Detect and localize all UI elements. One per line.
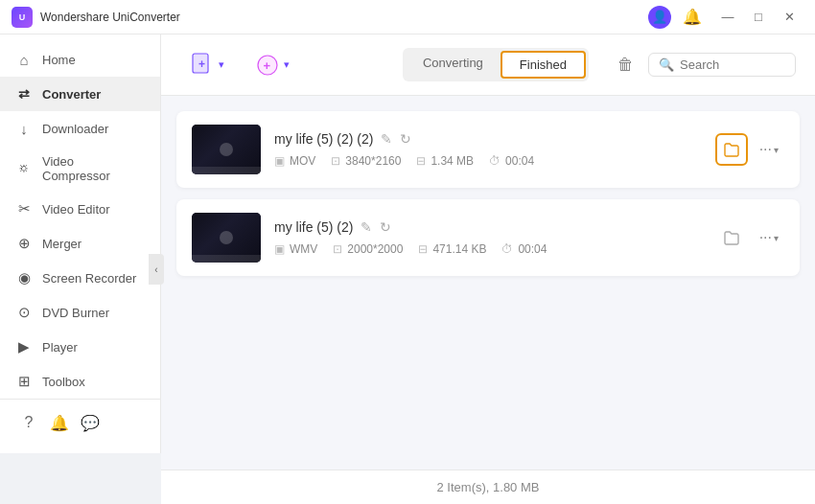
- sidebar-item-dvd-burner[interactable]: ⊙ DVD Burner: [0, 295, 160, 330]
- edit-icon-2[interactable]: ✎: [361, 219, 372, 235]
- sidebar-bottom: ? 🔔 💬: [0, 399, 160, 446]
- sidebar-item-label-screen-recorder: Screen Recorder: [42, 271, 136, 286]
- thumb-dot-2: [220, 231, 233, 244]
- edit-icon-1[interactable]: ✎: [381, 131, 392, 147]
- open-folder-button-2[interactable]: [715, 221, 748, 254]
- dvd-burner-icon: ⊙: [15, 304, 33, 321]
- add-file-button[interactable]: + ▾: [180, 47, 234, 83]
- sidebar-item-label-dvd-burner: DVD Burner: [42, 306, 109, 320]
- sidebar-item-toolbox[interactable]: ⊞ Toolbox: [0, 364, 160, 399]
- resolution-meta-1: ⊡ 3840*2160: [331, 154, 401, 168]
- add-file-caret-icon: ▾: [219, 58, 224, 71]
- refresh-icon-1[interactable]: ↻: [400, 131, 411, 147]
- user-avatar-icon[interactable]: 👤: [648, 6, 671, 29]
- resolution-meta-2: ⊡ 2000*2000: [333, 242, 403, 256]
- close-button[interactable]: ✕: [775, 4, 803, 31]
- file-meta-2: ▣ WMV ⊡ 2000*2000 ⊟ 471.14 KB ⏱: [274, 242, 702, 256]
- duration-meta-2: ⏱ 00:04: [501, 242, 547, 256]
- titlebar: U Wondershare UniConverter 👤 🔔 — □ ✕: [0, 0, 815, 34]
- more-button-1[interactable]: ··· ▾: [754, 137, 784, 162]
- titlebar-left: U Wondershare UniConverter: [12, 7, 180, 28]
- svg-text:+: +: [264, 57, 271, 72]
- chat-icon[interactable]: 💬: [77, 409, 104, 436]
- window-controls: — □ ✕: [713, 4, 803, 31]
- toolbar-right: 🗑 🔍: [610, 50, 796, 80]
- titlebar-icons: 👤 🔔 — □ ✕: [648, 4, 803, 31]
- sidebar-item-merger[interactable]: ⊕ Merger: [0, 226, 160, 261]
- resolution-value-1: 3840*2160: [345, 154, 401, 168]
- sidebar-item-screen-recorder[interactable]: ◉ Screen Recorder: [0, 261, 160, 295]
- size-meta-2: ⊟ 471.14 KB: [418, 242, 486, 256]
- main-layout: ⌂ Home ⇄ Converter ↓ Downloader ⛭ Video …: [0, 34, 815, 504]
- size-value-2: 471.14 KB: [432, 242, 486, 256]
- sidebar-item-label-toolbox: Toolbox: [42, 375, 85, 389]
- table-row: my life (5) (2) (2) ✎ ↻ ▣ MOV ⊡ 3840*216…: [176, 111, 800, 188]
- search-input[interactable]: [680, 57, 785, 72]
- file-info-2: my life (5) (2) ✎ ↻ ▣ WMV ⊡ 2000*2000: [274, 219, 702, 256]
- notification-icon[interactable]: 🔔: [679, 4, 706, 31]
- sidebar-item-video-compressor[interactable]: ⛭ Video Compressor: [0, 146, 160, 192]
- sidebar-notification-icon[interactable]: 🔔: [46, 409, 73, 436]
- maximize-button[interactable]: □: [744, 4, 773, 31]
- toolbar-tabs: Converting Finished: [403, 48, 589, 81]
- tab-finished[interactable]: Finished: [501, 51, 586, 79]
- folder-icon-2: [723, 229, 740, 246]
- file-meta-1: ▣ MOV ⊡ 3840*2160 ⊟ 1.34 MB ⏱: [274, 154, 702, 168]
- duration-icon-2: ⏱: [501, 242, 513, 256]
- sidebar-item-label-video-compressor: Video Compressor: [42, 154, 145, 183]
- sidebar-item-label-video-editor: Video Editor: [42, 202, 110, 217]
- more-caret-1: ▾: [774, 145, 779, 155]
- video-editor-icon: ✂: [15, 200, 33, 218]
- duration-icon-1: ⏱: [489, 154, 501, 168]
- thumb-bar-1: [192, 167, 261, 174]
- file-actions-1: ··· ▾: [715, 133, 784, 166]
- delete-button[interactable]: 🗑: [610, 50, 640, 80]
- search-box: 🔍: [648, 53, 796, 77]
- file-list: my life (5) (2) (2) ✎ ↻ ▣ MOV ⊡ 3840*216…: [161, 96, 815, 470]
- sidebar-item-downloader[interactable]: ↓ Downloader: [0, 111, 160, 146]
- file-thumbnail-2: [192, 213, 261, 263]
- screen-recorder-icon: ◉: [15, 269, 33, 286]
- file-name-2: my life (5) (2): [274, 219, 353, 235]
- more-dots-2: ···: [759, 229, 772, 246]
- minimize-button[interactable]: —: [713, 4, 742, 31]
- sidebar-item-home[interactable]: ⌂ Home: [0, 42, 160, 77]
- duration-value-2: 00:04: [518, 242, 547, 256]
- sidebar-item-video-editor[interactable]: ✂ Video Editor: [0, 192, 160, 226]
- converter-icon: ⇄: [15, 85, 33, 103]
- sidebar-item-label-merger: Merger: [42, 237, 82, 251]
- content-area: + ▾ + ▾ Converting Finished 🗑: [161, 34, 815, 504]
- format-meta-2: ▣ WMV: [274, 242, 317, 256]
- format-icon-1: ▣: [274, 154, 285, 168]
- table-row: my life (5) (2) ✎ ↻ ▣ WMV ⊡ 2000*2000: [176, 199, 800, 276]
- format-value-1: MOV: [290, 154, 315, 168]
- add-content-caret-icon: ▾: [284, 58, 290, 71]
- help-icon[interactable]: ?: [15, 409, 42, 436]
- sidebar-item-converter[interactable]: ⇄ Converter: [0, 77, 160, 111]
- svg-text:+: +: [198, 57, 205, 71]
- app-name: Wondershare UniConverter: [40, 11, 180, 24]
- folder-icon-1: [723, 141, 740, 158]
- status-label: 2 Item(s), 1.80 MB: [437, 480, 540, 494]
- more-button-2[interactable]: ··· ▾: [754, 225, 784, 250]
- open-folder-button-1[interactable]: [715, 133, 748, 166]
- sidebar-item-label-converter: Converter: [42, 87, 101, 102]
- app-logo: U: [12, 7, 33, 28]
- sidebar-item-label-downloader: Downloader: [42, 122, 108, 136]
- size-icon-2: ⊟: [418, 242, 428, 256]
- thumb-inner-1: [192, 125, 261, 174]
- search-icon: 🔍: [659, 57, 674, 72]
- format-meta-1: ▣ MOV: [274, 154, 315, 168]
- add-content-button[interactable]: + ▾: [245, 47, 299, 83]
- refresh-icon-2[interactable]: ↻: [380, 219, 391, 235]
- more-dots-1: ···: [759, 141, 772, 158]
- format-value-2: WMV: [290, 242, 317, 256]
- player-icon: ▶: [15, 338, 33, 355]
- file-thumbnail-1: [192, 125, 261, 174]
- sidebar-collapse-button[interactable]: ‹: [149, 254, 164, 285]
- downloader-icon: ↓: [15, 120, 33, 137]
- tab-converting[interactable]: Converting: [406, 51, 501, 79]
- thumb-bar-2: [192, 255, 261, 263]
- file-name-row-1: my life (5) (2) (2) ✎ ↻: [274, 131, 702, 147]
- sidebar-item-player[interactable]: ▶ Player: [0, 330, 160, 364]
